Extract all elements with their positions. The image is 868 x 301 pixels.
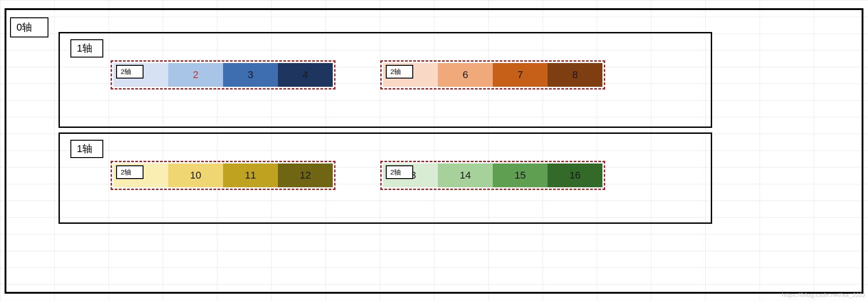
- axis0-label: 0轴: [10, 17, 48, 37]
- axis2-label: 2轴: [386, 65, 413, 79]
- axis2-label: 2轴: [116, 65, 144, 79]
- axis2-box: [380, 161, 605, 190]
- axis2-box: [380, 60, 605, 90]
- axis1-label: 1轴: [70, 140, 103, 158]
- axis2-box: [111, 60, 335, 90]
- axis2-label: 2轴: [386, 165, 413, 179]
- axis2-box: [111, 161, 335, 190]
- diagram-canvas: 0轴 1轴12342轴56782轴1轴91011122轴131415162轴 h…: [0, 0, 868, 301]
- axis1-label: 1轴: [70, 39, 103, 58]
- axis2-label: 2轴: [116, 165, 144, 179]
